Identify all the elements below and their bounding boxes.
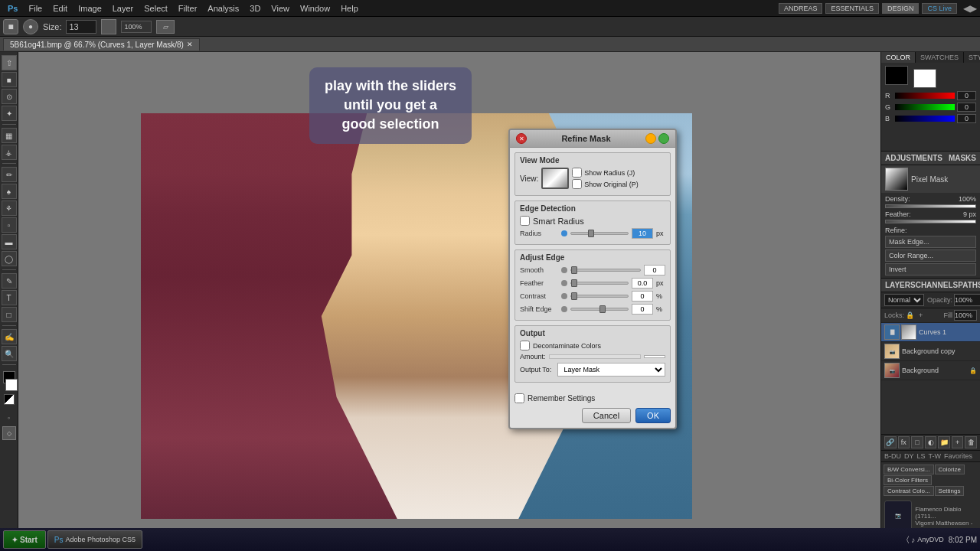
delete-layer-btn[interactable]: 🗑 bbox=[965, 436, 977, 448]
smooth-slider-thumb[interactable] bbox=[571, 266, 577, 274]
invert-btn[interactable]: Invert bbox=[885, 263, 976, 276]
dialog-maximize-btn[interactable] bbox=[658, 133, 669, 144]
workspace-andreas[interactable]: ANDREAS bbox=[779, 3, 823, 14]
smooth-value[interactable] bbox=[644, 265, 665, 276]
dialog-close-btn[interactable]: ✕ bbox=[516, 133, 527, 144]
menu-analysis[interactable]: Analysis bbox=[203, 2, 243, 15]
menu-filter[interactable]: Filter bbox=[174, 2, 201, 15]
feather-slider-icon[interactable] bbox=[561, 280, 567, 286]
show-radius-checkbox[interactable] bbox=[572, 168, 582, 178]
filter-settings[interactable]: Settings bbox=[935, 486, 965, 496]
tool-eyedropper[interactable]: ⚶ bbox=[2, 145, 17, 160]
filter-bw-conv[interactable]: B/W Conversi... bbox=[884, 465, 934, 474]
contrast-value[interactable] bbox=[632, 291, 653, 302]
taskbar-photoshop[interactable]: Ps Adobe Photoshop CS5 bbox=[47, 530, 142, 549]
blend-mode-select[interactable]: Normal bbox=[884, 294, 924, 306]
link-layers-btn[interactable]: 🔗 bbox=[884, 436, 897, 448]
masks-title[interactable]: MASKS bbox=[949, 154, 976, 162]
menu-layer[interactable]: Layer bbox=[108, 2, 139, 15]
swatches-tab[interactable]: SWATCHES bbox=[916, 52, 964, 63]
output-to-select[interactable]: Layer Mask bbox=[557, 363, 665, 377]
filter-tab-ls[interactable]: LS bbox=[917, 452, 926, 460]
filter-contrast[interactable]: Contrast Colo... bbox=[884, 486, 934, 496]
layer-item-bg-copy[interactable]: 📷 Background copy bbox=[881, 342, 980, 361]
tool-text[interactable]: T bbox=[2, 290, 17, 305]
menu-file[interactable]: File bbox=[24, 2, 47, 15]
b-value[interactable] bbox=[957, 114, 976, 123]
background-color[interactable] bbox=[5, 379, 18, 391]
new-layer-btn[interactable]: + bbox=[952, 436, 964, 448]
tool-history[interactable]: ⚘ bbox=[2, 201, 17, 216]
radius-slider-track[interactable] bbox=[570, 232, 629, 235]
b-slider[interactable] bbox=[895, 116, 955, 122]
menu-image[interactable]: Image bbox=[74, 2, 106, 15]
tool-eraser[interactable]: ▫ bbox=[2, 217, 17, 233]
fill-input[interactable] bbox=[954, 310, 977, 321]
tool-gradient[interactable]: ▬ bbox=[2, 234, 17, 249]
tool-lasso[interactable]: ⊙ bbox=[2, 89, 17, 104]
background-swatch[interactable] bbox=[913, 69, 936, 88]
tab-close-btn[interactable]: ✕ bbox=[187, 41, 193, 48]
fx-btn[interactable]: fx bbox=[898, 436, 910, 448]
shift-edge-slider-track[interactable] bbox=[570, 308, 629, 311]
g-slider[interactable] bbox=[895, 104, 955, 110]
layers-title[interactable]: LAYERS bbox=[885, 281, 916, 289]
color-tab[interactable]: COLOR bbox=[881, 52, 916, 63]
opacity-input[interactable] bbox=[954, 294, 980, 306]
remember-settings-checkbox[interactable] bbox=[514, 393, 524, 403]
mask-edge-btn[interactable]: Mask Edge... bbox=[885, 236, 976, 248]
tool-pen[interactable]: ✎ bbox=[2, 273, 17, 289]
default-colors-btn[interactable] bbox=[4, 394, 15, 405]
menu-select[interactable]: Select bbox=[139, 2, 172, 15]
view-thumbnail[interactable] bbox=[541, 168, 569, 189]
tool-shape[interactable]: □ bbox=[2, 307, 17, 322]
filter-tab-bdu[interactable]: B-DU bbox=[884, 452, 901, 460]
foreground-swatch[interactable] bbox=[885, 66, 908, 85]
r-value[interactable] bbox=[957, 91, 976, 100]
paths-title[interactable]: PATHS bbox=[958, 281, 980, 289]
color-range-btn[interactable]: Color Range... bbox=[885, 249, 976, 262]
filter-colorize[interactable]: Colorize bbox=[935, 465, 965, 474]
volume-icon[interactable]: ♪ bbox=[911, 536, 915, 544]
filter-tab-fav[interactable]: Favorites bbox=[944, 452, 972, 460]
g-value[interactable] bbox=[957, 103, 976, 112]
airbrush-btn[interactable]: ▱ bbox=[156, 20, 175, 34]
mode-dropdown[interactable] bbox=[101, 19, 116, 34]
tool-select[interactable]: ■ bbox=[2, 72, 17, 87]
feather-value[interactable] bbox=[632, 278, 653, 289]
shift-edge-value[interactable] bbox=[632, 304, 653, 315]
contrast-slider-track[interactable] bbox=[570, 295, 629, 298]
tool-icon[interactable]: ■ bbox=[3, 19, 18, 34]
smart-radius-checkbox[interactable] bbox=[520, 216, 530, 226]
tool-dodge[interactable]: ◯ bbox=[2, 251, 17, 266]
radius-value[interactable] bbox=[632, 228, 653, 239]
lock-all-btn[interactable]: + bbox=[919, 311, 923, 319]
smooth-slider-track[interactable] bbox=[570, 269, 641, 272]
start-button[interactable]: ✦ Start bbox=[3, 530, 46, 549]
menu-edit[interactable]: Edit bbox=[48, 2, 72, 15]
tool-move[interactable]: ⇧ bbox=[2, 55, 17, 70]
size-input[interactable] bbox=[66, 20, 96, 34]
layer-item-bg[interactable]: 📷 Background 🔒 bbox=[881, 361, 980, 380]
styles-tab[interactable]: STYLES bbox=[964, 52, 980, 63]
brush-icon[interactable]: ● bbox=[23, 19, 38, 34]
tool-magic-wand[interactable]: ✦ bbox=[2, 106, 17, 121]
contrast-slider-icon[interactable] bbox=[561, 293, 567, 299]
workspace-design[interactable]: DESIGN bbox=[882, 3, 920, 14]
decontaminate-checkbox[interactable] bbox=[520, 341, 530, 350]
tool-stamp[interactable]: ♠ bbox=[2, 184, 17, 199]
feather-slider[interactable] bbox=[885, 220, 976, 223]
density-slider[interactable] bbox=[885, 204, 976, 208]
menu-3d[interactable]: 3D bbox=[245, 2, 265, 15]
tool-crop[interactable]: ▦ bbox=[2, 128, 17, 143]
amount-slider[interactable] bbox=[549, 354, 641, 359]
cancel-button[interactable]: Cancel bbox=[582, 408, 631, 423]
lock-position-btn[interactable]: 🔒 bbox=[906, 311, 914, 319]
menu-window[interactable]: Window bbox=[296, 2, 335, 15]
tool-brush[interactable]: ✏ bbox=[2, 167, 17, 182]
contrast-slider-thumb[interactable] bbox=[571, 292, 577, 300]
filter-tab-dy[interactable]: DY bbox=[904, 452, 914, 460]
filter-tab-tw[interactable]: T-W bbox=[929, 452, 942, 460]
layer-item-curves1[interactable]: ▇ Curves 1 bbox=[881, 323, 980, 342]
ok-button[interactable]: OK bbox=[635, 408, 671, 423]
